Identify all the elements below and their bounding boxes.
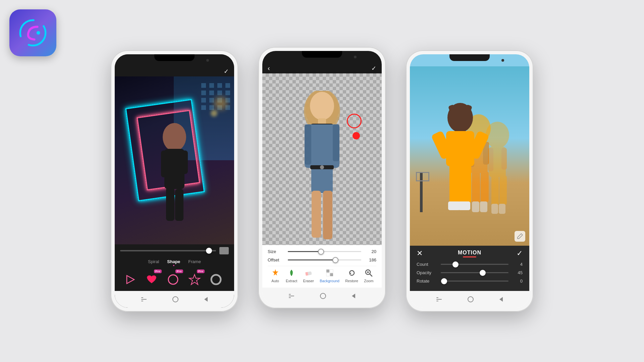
size-value: 20 [365, 249, 376, 254]
opacity-track[interactable] [441, 272, 508, 273]
svg-point-11 [211, 275, 221, 284]
size-label: Size [268, 249, 284, 254]
shape-ring[interactable] [207, 271, 225, 288]
phone2-notch [262, 51, 382, 63]
eraser-icon [219, 247, 229, 254]
nav-back-btn-2[interactable] [352, 294, 355, 298]
bokeh-light-1 [214, 97, 227, 110]
menu-icon-2 [289, 294, 294, 298]
count-thumb[interactable] [452, 261, 459, 267]
motion-header: ✕ MOTION ✓ [417, 249, 523, 258]
phone1-nav [115, 291, 234, 308]
eraser-circle-indicator [347, 114, 362, 128]
zoom-icon [364, 268, 373, 278]
phone2-image-area [262, 73, 382, 245]
svg-point-1 [37, 31, 40, 35]
main-scene: ✓ [0, 0, 644, 362]
phone2-nav [262, 288, 382, 304]
tab-spiral[interactable]: Spiral [148, 259, 159, 266]
home-icon-2 [320, 293, 326, 299]
menu-icon-1 [141, 297, 147, 301]
phone-3: ✕ MOTION ✓ Count 4 Opacity [406, 50, 533, 312]
svg-marker-10 [189, 275, 200, 285]
svg-rect-6 [161, 150, 168, 177]
svg-rect-4 [166, 187, 174, 221]
tab-shape[interactable]: Shape [167, 259, 180, 266]
phone2-checkmark[interactable]: ✓ [371, 65, 376, 72]
shape-circle[interactable]: Pro [164, 271, 182, 288]
svg-point-9 [168, 275, 178, 284]
tool-restore[interactable]: Restore [345, 268, 358, 283]
offset-value: 186 [365, 257, 376, 262]
svg-rect-32 [330, 269, 333, 273]
svg-point-26 [320, 165, 324, 169]
back-icon-2 [352, 294, 355, 298]
svg-rect-27 [312, 191, 321, 238]
svg-point-0 [20, 20, 46, 46]
tool-background[interactable]: Background [320, 268, 339, 283]
nav-menu-btn-3[interactable] [436, 297, 442, 301]
svg-line-37 [370, 274, 372, 276]
phone1-notch [115, 54, 234, 66]
svg-rect-65 [458, 201, 470, 210]
nav-back-btn-3[interactable] [499, 297, 503, 302]
phone-2: ‹ ✓ [258, 47, 386, 308]
phone1-slider-thumb[interactable] [206, 248, 212, 254]
rotate-track[interactable] [441, 281, 508, 282]
phone1-checkmark[interactable]: ✓ [224, 68, 229, 75]
opacity-thumb[interactable] [480, 270, 486, 276]
app-icon[interactable] [9, 9, 56, 56]
menu-icon-3 [436, 297, 442, 301]
tab-frame[interactable]: Frame [188, 259, 201, 266]
nav-menu-btn-2[interactable] [289, 294, 294, 298]
back-icon-3 [499, 297, 503, 302]
extract-icon [287, 268, 296, 278]
svg-rect-7 [181, 150, 188, 174]
home-icon-1 [172, 296, 178, 302]
size-track[interactable] [288, 251, 361, 252]
rotate-control-row: Rotate 0 [417, 279, 523, 284]
svg-marker-8 [127, 276, 134, 284]
nav-back-btn-1[interactable] [204, 297, 208, 302]
eraser-dot-indicator [353, 132, 360, 139]
opacity-value: 45 [513, 270, 523, 275]
count-value: 4 [513, 262, 523, 267]
svg-rect-24 [311, 166, 333, 193]
eraser-label: Eraser [303, 279, 314, 283]
shape-play[interactable] [121, 271, 139, 288]
phone1-top-bar: ✓ [115, 66, 234, 76]
shape-options: Pro Pro Pro [120, 268, 229, 291]
tool-eraser[interactable]: Eraser [303, 268, 314, 283]
count-track[interactable] [441, 264, 508, 265]
offset-track[interactable] [288, 259, 361, 260]
auto-icon [271, 268, 280, 278]
nav-menu-btn-1[interactable] [141, 297, 147, 301]
offset-thumb[interactable] [332, 257, 338, 263]
nav-home-btn-1[interactable] [172, 296, 178, 302]
phone2-back-btn[interactable]: ‹ [268, 64, 270, 72]
svg-rect-33 [326, 273, 329, 276]
phone1-slider-track[interactable] [120, 250, 216, 251]
nav-home-btn-2[interactable] [320, 293, 326, 299]
svg-rect-5 [175, 189, 183, 221]
nav-home-btn-3[interactable] [468, 296, 474, 302]
motion-close-btn[interactable]: ✕ [417, 249, 423, 258]
tool-zoom[interactable]: Zoom [364, 268, 373, 283]
rotate-thumb[interactable] [441, 278, 447, 284]
restore-label: Restore [345, 279, 358, 283]
phone3-notch [410, 54, 529, 66]
tool-extract[interactable]: Extract [286, 268, 297, 283]
svg-rect-34 [330, 273, 333, 276]
shape-star[interactable]: Pro [186, 271, 203, 288]
woman-cutout-2 [282, 91, 362, 245]
phone2-top-bar: ‹ ✓ [262, 63, 382, 73]
phone1-slider-row [120, 247, 229, 254]
shape-heart[interactable]: Pro [143, 271, 160, 288]
tool-auto[interactable]: Auto [271, 268, 280, 283]
motion-check-btn[interactable]: ✓ [517, 249, 523, 258]
phone3-image-area [410, 66, 529, 246]
edit-overlay-icon[interactable] [515, 231, 525, 242]
size-thumb[interactable] [318, 249, 324, 255]
home-icon-3 [468, 296, 474, 302]
svg-rect-23 [333, 124, 339, 161]
